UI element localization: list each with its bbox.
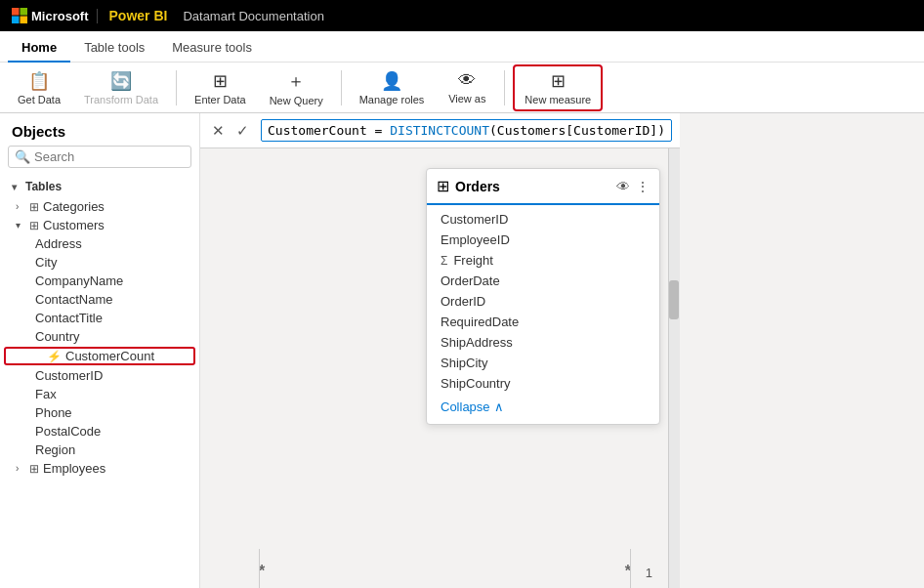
get-data-button[interactable]: 📋 Get Data <box>8 66 70 109</box>
orders-field-orderid[interactable]: OrderID <box>427 291 659 312</box>
postalcode-label: PostalCode <box>35 424 101 439</box>
orders-field-requireddate[interactable]: RequiredDate <box>427 312 659 332</box>
brand-name: Microsoft <box>31 9 98 23</box>
search-input[interactable] <box>34 149 185 164</box>
right-scrollbar[interactable] <box>668 148 680 588</box>
orders-field-shipcity[interactable]: ShipCity <box>427 353 659 373</box>
orders-field-freight[interactable]: Σ Freight <box>427 250 659 271</box>
formula-cancel-button[interactable]: ✕ <box>208 120 229 142</box>
grid-line-left <box>259 549 260 588</box>
canvas-area: ⊞ Orders 👁 ⋮ CustomerID EmployeeID <box>200 148 680 588</box>
orders-more-icon[interactable]: ⋮ <box>636 179 650 194</box>
svg-rect-0 <box>12 8 20 16</box>
toolbar-separator-3 <box>504 70 505 105</box>
employees-label: Employees <box>43 461 105 476</box>
sidebar-item-address[interactable]: Address <box>0 234 199 253</box>
transform-data-icon: 🔄 <box>110 70 132 92</box>
grid-number: 1 <box>646 566 652 580</box>
tables-label: Tables <box>25 180 62 193</box>
region-label: Region <box>35 442 75 457</box>
sidebar-item-fax[interactable]: Fax <box>0 385 199 403</box>
sidebar-item-city[interactable]: City <box>0 253 199 272</box>
sidebar-item-country[interactable]: Country <box>0 327 199 346</box>
formula-bar: ✕ ✓ CustomerCount = DISTINCTCOUNT(Custom… <box>200 113 680 148</box>
orders-field-shipcountry[interactable]: ShipCountry <box>427 373 659 394</box>
content-with-formula: ✕ ✓ CustomerCount = DISTINCTCOUNT(Custom… <box>200 113 680 588</box>
orders-collapse-button[interactable]: Collapse ∧ <box>427 394 659 420</box>
logo: Microsoft Power BI <box>12 8 175 23</box>
main-content: Objects 🔍 ▾ Tables › ⊞ Categories ▾ ⊞ Cu… <box>0 113 924 588</box>
tab-measure-tools[interactable]: Measure tools <box>158 34 266 63</box>
new-measure-label: New measure <box>525 94 591 105</box>
orders-card: ⊞ Orders 👁 ⋮ CustomerID EmployeeID <box>426 168 660 425</box>
tab-table-tools[interactable]: Table tools <box>70 34 158 63</box>
customerid-label: CustomerID <box>35 368 103 383</box>
sidebar-item-categories[interactable]: › ⊞ Categories <box>0 197 199 216</box>
get-data-icon: 📋 <box>28 70 50 92</box>
sidebar-item-contactname[interactable]: ContactName <box>0 290 199 309</box>
orders-view-icon[interactable]: 👁 <box>616 179 630 194</box>
view-as-button[interactable]: 👁 View as <box>438 66 496 108</box>
tables-expand-icon: ▾ <box>12 182 21 192</box>
customercount-measure-icon: ⚡ <box>47 350 62 363</box>
orders-field-employeeid[interactable]: EmployeeID <box>427 230 659 250</box>
ribbon-tabs: Home Table tools Measure tools <box>0 31 924 63</box>
sidebar-item-customers[interactable]: ▾ ⊞ Customers <box>0 216 199 234</box>
grid-line-right <box>630 549 631 588</box>
categories-table-icon: ⊞ <box>29 200 39 214</box>
svg-rect-1 <box>21 8 28 16</box>
new-query-button[interactable]: ＋ New Query <box>260 65 333 110</box>
companyname-label: CompanyName <box>35 273 123 288</box>
enter-data-icon: ⊞ <box>213 70 228 92</box>
scroll-thumb[interactable] <box>669 280 679 319</box>
formula-text: CustomerCount = DISTINCTCOUNT(Customers[… <box>268 123 665 138</box>
sidebar-item-region[interactable]: Region <box>0 441 199 459</box>
sidebar-content: ▾ Tables › ⊞ Categories ▾ ⊞ Customers Ad… <box>0 176 199 588</box>
orders-card-body: CustomerID EmployeeID Σ Freight OrderDat… <box>427 205 659 424</box>
collapse-icon: ∧ <box>494 399 504 414</box>
enter-data-label: Enter Data <box>194 94 246 105</box>
customers-expand-icon: ▾ <box>16 220 25 231</box>
customercount-label: CustomerCount <box>65 349 154 363</box>
sidebar-item-contacttitle[interactable]: ContactTitle <box>0 309 199 327</box>
sidebar-item-customercount[interactable]: ⚡ CustomerCount <box>4 347 195 365</box>
employeeid-field-label: EmployeeID <box>441 232 510 247</box>
tab-home[interactable]: Home <box>8 34 70 63</box>
manage-roles-button[interactable]: 👤 Manage roles <box>350 66 435 109</box>
transform-data-button[interactable]: 🔄 Transform Data <box>74 66 168 109</box>
sidebar-search-container[interactable]: 🔍 <box>8 146 191 168</box>
shipcountry-field-label: ShipCountry <box>441 376 511 391</box>
svg-rect-2 <box>12 17 20 24</box>
formula-confirm-button[interactable]: ✓ <box>232 120 253 142</box>
sidebar-item-postalcode[interactable]: PostalCode <box>0 422 199 441</box>
manage-roles-label: Manage roles <box>359 94 425 105</box>
contactname-label: ContactName <box>35 292 112 307</box>
new-measure-button[interactable]: ⊞ New measure <box>513 64 603 111</box>
formula-input[interactable]: CustomerCount = DISTINCTCOUNT(Customers[… <box>261 119 672 142</box>
view-as-icon: 👁 <box>458 70 476 91</box>
phone-label: Phone <box>35 405 72 420</box>
country-label: Country <box>35 329 80 344</box>
get-data-label: Get Data <box>18 94 61 105</box>
orders-field-orderdate[interactable]: OrderDate <box>427 271 659 291</box>
tables-section-header: ▾ Tables <box>0 176 199 197</box>
orders-field-shipaddress[interactable]: ShipAddress <box>427 332 659 353</box>
address-label: Address <box>35 236 82 251</box>
collapse-label: Collapse <box>441 399 490 414</box>
toolbar-separator-1 <box>176 70 177 105</box>
orders-card-actions: 👁 ⋮ <box>616 179 650 194</box>
sidebar-item-phone[interactable]: Phone <box>0 403 199 422</box>
orders-field-customerid[interactable]: CustomerID <box>427 209 659 230</box>
sidebar-item-companyname[interactable]: CompanyName <box>0 272 199 290</box>
enter-data-button[interactable]: ⊞ Enter Data <box>185 66 256 109</box>
customerid-field-label: CustomerID <box>441 212 508 227</box>
toolbar: 📋 Get Data 🔄 Transform Data ⊞ Enter Data… <box>0 63 924 113</box>
transform-data-label: Transform Data <box>84 94 158 105</box>
shipcity-field-label: ShipCity <box>441 356 487 370</box>
app-name: Power BI <box>109 8 168 23</box>
shipaddress-field-label: ShipAddress <box>441 335 513 350</box>
sidebar-item-customerid[interactable]: CustomerID <box>0 366 199 385</box>
employees-table-icon: ⊞ <box>29 462 39 476</box>
sigma-icon: Σ <box>441 254 447 268</box>
sidebar-item-employees[interactable]: › ⊞ Employees <box>0 459 199 478</box>
